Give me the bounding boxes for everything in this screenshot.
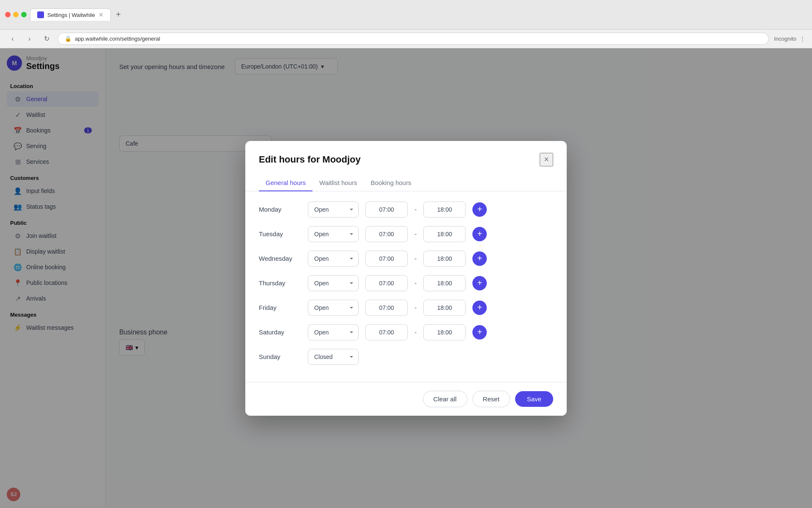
friday-add-icon: + [477, 303, 482, 312]
thursday-label: Thursday [259, 279, 301, 287]
friday-add-button[interactable]: + [472, 301, 487, 315]
active-tab[interactable]: Settings | Waitwhile ✕ [30, 8, 111, 21]
back-button[interactable]: ‹ [7, 33, 19, 45]
monday-add-button[interactable]: + [472, 202, 487, 217]
save-button[interactable]: Save [515, 391, 553, 407]
tab-favicon [37, 11, 44, 18]
browser-actions: Incognito ⋮ [774, 36, 805, 42]
saturday-from-input[interactable] [365, 324, 408, 340]
reset-button[interactable]: Reset [472, 391, 510, 407]
sunday-label: Sunday [259, 353, 301, 360]
saturday-add-icon: + [477, 327, 482, 337]
thursday-separator: - [414, 279, 417, 287]
modal-tabs: General hours Waitlist hours Booking hou… [245, 175, 567, 191]
tuesday-from-input[interactable] [365, 226, 408, 242]
thursday-to-input[interactable] [423, 275, 466, 291]
tuesday-label: Tuesday [259, 230, 301, 237]
modal-body: Monday Open Closed - + Tuesday Open Clos… [245, 191, 567, 382]
modal-footer: Clear all Reset Save [245, 382, 567, 416]
close-window-btn[interactable] [5, 12, 11, 17]
saturday-to-input[interactable] [423, 324, 466, 340]
tab-booking-hours[interactable]: Booking hours [364, 175, 418, 191]
wednesday-status-select[interactable]: Open Closed [308, 251, 359, 267]
tuesday-to-input[interactable] [423, 226, 466, 242]
thursday-add-button[interactable]: + [472, 276, 487, 290]
tuesday-separator: - [414, 230, 417, 238]
wednesday-add-icon: + [477, 254, 482, 263]
tuesday-status-select[interactable]: Open Closed [308, 226, 359, 242]
monday-status-select[interactable]: Open Closed [308, 202, 359, 218]
wednesday-add-button[interactable]: + [472, 251, 487, 266]
friday-from-input[interactable] [365, 300, 408, 316]
saturday-row: Saturday Open Closed - + [259, 324, 553, 340]
modal-header: Edit hours for Moodjoy × [245, 141, 567, 175]
forward-button[interactable]: › [24, 33, 36, 45]
friday-status-select[interactable]: Open Closed [308, 300, 359, 316]
friday-row: Friday Open Closed - + [259, 300, 553, 316]
wednesday-from-input[interactable] [365, 251, 408, 267]
tab-close-btn[interactable]: ✕ [99, 11, 104, 18]
edit-hours-modal: Edit hours for Moodjoy × General hours W… [245, 141, 567, 416]
tab-title: Settings | Waitwhile [47, 12, 95, 18]
menu-icon[interactable]: ⋮ [800, 36, 805, 42]
monday-from-input[interactable] [365, 202, 408, 218]
friday-separator: - [414, 304, 417, 312]
browser-chrome: Settings | Waitwhile ✕ + [0, 0, 812, 30]
monday-to-input[interactable] [423, 202, 466, 218]
refresh-button[interactable]: ↻ [41, 33, 52, 45]
friday-label: Friday [259, 304, 301, 311]
modal-close-button[interactable]: × [540, 153, 553, 166]
traffic-lights [5, 12, 27, 17]
address-bar-row: ‹ › ↻ 🔒 app.waitwhile.com/settings/gener… [0, 30, 812, 48]
sunday-row: Sunday Open Closed [259, 349, 553, 365]
thursday-add-icon: + [477, 278, 482, 288]
tab-waitlist-hours[interactable]: Waitlist hours [313, 175, 364, 191]
clear-all-button[interactable]: Clear all [423, 391, 467, 407]
modal-title: Edit hours for Moodjoy [259, 154, 361, 165]
tuesday-add-button[interactable]: + [472, 227, 487, 241]
monday-label: Monday [259, 206, 301, 213]
wednesday-to-input[interactable] [423, 251, 466, 267]
thursday-status-select[interactable]: Open Closed [308, 275, 359, 291]
thursday-from-input[interactable] [365, 275, 408, 291]
url-text: app.waitwhile.com/settings/general [75, 36, 160, 42]
saturday-label: Saturday [259, 329, 301, 336]
modal-overlay: Edit hours for Moodjoy × General hours W… [0, 48, 812, 508]
tab-general-hours[interactable]: General hours [259, 175, 313, 191]
saturday-separator: - [414, 329, 417, 336]
incognito-label: Incognito [774, 36, 796, 42]
new-tab-button[interactable]: + [112, 9, 124, 21]
wednesday-separator: - [414, 255, 417, 262]
wednesday-label: Wednesday [259, 255, 301, 262]
maximize-window-btn[interactable] [21, 12, 27, 17]
tab-bar: Settings | Waitwhile ✕ + [30, 8, 807, 21]
sunday-status-select[interactable]: Open Closed [308, 349, 359, 365]
saturday-add-button[interactable]: + [472, 325, 487, 340]
minimize-window-btn[interactable] [13, 12, 19, 17]
monday-row: Monday Open Closed - + [259, 202, 553, 218]
monday-separator: - [414, 206, 417, 213]
address-bar[interactable]: 🔒 app.waitwhile.com/settings/general [58, 33, 769, 45]
saturday-status-select[interactable]: Open Closed [308, 324, 359, 340]
monday-add-icon: + [477, 204, 482, 214]
wednesday-row: Wednesday Open Closed - + [259, 251, 553, 267]
friday-to-input[interactable] [423, 300, 466, 316]
tuesday-add-icon: + [477, 229, 482, 239]
tuesday-row: Tuesday Open Closed - + [259, 226, 553, 242]
thursday-row: Thursday Open Closed - + [259, 275, 553, 291]
